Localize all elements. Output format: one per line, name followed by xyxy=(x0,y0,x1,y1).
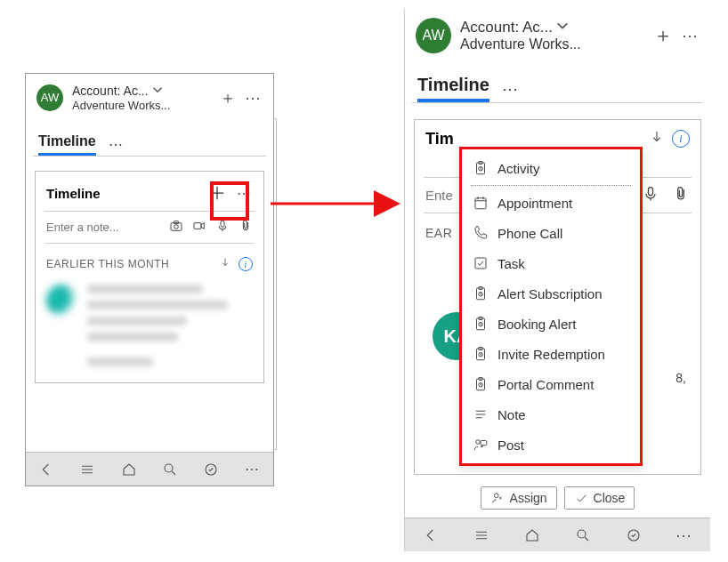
search-button[interactable] xyxy=(570,522,596,549)
attachment-icon[interactable] xyxy=(672,185,690,205)
svg-rect-27 xyxy=(481,441,487,446)
assign-label: Assign xyxy=(510,491,547,505)
tab-overflow-button[interactable]: ⋯ xyxy=(109,136,123,153)
earlier-this-month-label: EARLIER THIS MONTH xyxy=(46,258,212,270)
menu-item-label: Portal Comment xyxy=(497,377,594,392)
svg-point-1 xyxy=(174,225,179,229)
highlight-add-button xyxy=(210,181,249,221)
mobile-panel-right: AW Account: Ac... Adventure Works... ＋ ⋯… xyxy=(404,9,710,551)
menu-item-booking-alert[interactable]: Booking Alert xyxy=(462,309,640,339)
mic-icon[interactable] xyxy=(215,219,230,236)
more-actions-button[interactable]: ⋯ xyxy=(682,26,700,45)
timeline-card-title: Tim xyxy=(425,130,642,149)
record-header: AW Account: Ac... Adventure Works... ＋ ⋯ xyxy=(405,9,710,62)
home-button[interactable] xyxy=(519,522,546,549)
checkbox-icon xyxy=(473,255,489,271)
svg-rect-8 xyxy=(649,188,653,196)
sort-arrow-icon[interactable] xyxy=(219,256,231,272)
menu-item-label: Alert Subscription xyxy=(497,286,603,301)
menu-item-label: Booking Alert xyxy=(497,317,576,332)
timeline-card-title: Timeline xyxy=(46,186,198,201)
menu-item-label: Note xyxy=(497,407,526,422)
menu-button[interactable] xyxy=(468,522,495,549)
more-actions-button[interactable]: ⋯ xyxy=(245,88,263,108)
svg-rect-0 xyxy=(171,223,182,231)
add-activity-menu: ActivityAppointmentPhone CallTaskAlert S… xyxy=(459,147,643,466)
mic-icon[interactable] xyxy=(642,185,659,205)
svg-rect-13 xyxy=(475,258,486,269)
back-button[interactable] xyxy=(417,522,444,549)
chevron-down-icon[interactable] xyxy=(556,20,569,36)
tab-overflow-button[interactable]: ⋯ xyxy=(502,79,518,99)
clipboard-icon xyxy=(473,160,489,176)
assign-button[interactable]: Assign xyxy=(481,486,557,510)
svg-rect-3 xyxy=(194,223,201,229)
menu-item-post[interactable]: Post xyxy=(462,430,640,460)
tab-timeline[interactable]: Timeline xyxy=(38,133,96,156)
menu-item-label: Post xyxy=(497,438,524,453)
menu-item-label: Task xyxy=(497,256,525,271)
mobile-panel-left: AW Account: Ac... Adventure Works... ＋ ⋯… xyxy=(25,73,274,486)
clipboard-icon xyxy=(473,285,489,301)
sort-arrow-icon[interactable] xyxy=(649,129,665,149)
menu-item-alert-subscription[interactable]: Alert Subscription xyxy=(462,278,640,309)
record-header: AW Account: Ac... Adventure Works... ＋ ⋯ xyxy=(26,74,273,121)
svg-rect-12 xyxy=(475,198,486,209)
menu-item-label: Phone Call xyxy=(497,226,562,241)
timeline-card: Tim i Ente EAR KA 8, ActivityAppointment… xyxy=(414,119,701,475)
svg-point-5 xyxy=(165,464,173,472)
clipboard-icon xyxy=(473,316,489,332)
add-record-button[interactable]: ＋ xyxy=(220,87,236,108)
menu-item-label: Activity xyxy=(497,161,540,176)
menu-item-note[interactable]: Note xyxy=(462,399,640,430)
avatar: AW xyxy=(36,84,63,111)
clipboard-icon xyxy=(473,376,489,392)
bottom-nav: ⋯ xyxy=(26,452,273,486)
info-icon[interactable]: i xyxy=(239,257,253,271)
info-icon[interactable]: i xyxy=(672,130,690,148)
tab-bar: Timeline ⋯ xyxy=(405,62,710,102)
menu-item-task[interactable]: Task xyxy=(462,248,640,278)
calendar-icon xyxy=(473,195,489,211)
clipboard-icon xyxy=(473,346,489,362)
chevron-down-icon[interactable] xyxy=(152,83,163,99)
blurred-activity-item xyxy=(36,276,263,357)
note-input[interactable]: Enter a note... xyxy=(46,221,162,234)
svg-point-26 xyxy=(476,440,481,445)
menu-item-appointment[interactable]: Appointment xyxy=(462,188,640,218)
menu-item-invite-redemption[interactable]: Invite Redemption xyxy=(462,339,640,369)
video-icon[interactable] xyxy=(192,219,206,236)
arrow-icon xyxy=(271,181,413,226)
home-button[interactable] xyxy=(116,456,142,483)
avatar: AW xyxy=(416,18,451,53)
tab-timeline[interactable]: Timeline xyxy=(417,75,489,102)
account-title: Account: Ac... xyxy=(460,19,553,36)
peek-text: 8, xyxy=(675,371,686,385)
back-button[interactable] xyxy=(33,456,60,483)
close-label: Close xyxy=(594,491,626,505)
task-button[interactable] xyxy=(620,522,647,549)
action-pills: Assign Close xyxy=(405,478,710,515)
camera-icon[interactable] xyxy=(169,219,183,236)
task-button[interactable] xyxy=(198,456,224,483)
note-icon xyxy=(473,406,489,422)
attachment-icon[interactable] xyxy=(239,219,253,236)
add-record-button[interactable]: ＋ xyxy=(653,22,673,49)
menu-item-activity[interactable]: Activity xyxy=(462,153,640,183)
svg-point-29 xyxy=(578,530,586,538)
menu-item-phone-call[interactable]: Phone Call xyxy=(462,218,640,248)
menu-button[interactable] xyxy=(74,456,101,483)
overflow-button[interactable]: ⋯ xyxy=(239,456,266,483)
menu-item-label: Appointment xyxy=(497,196,572,211)
bottom-nav: ⋯ xyxy=(405,518,710,551)
account-subtitle: Adventure Works... xyxy=(72,99,211,112)
account-title: Account: Ac... xyxy=(72,84,149,98)
close-button[interactable]: Close xyxy=(564,486,635,510)
svg-rect-2 xyxy=(174,221,178,224)
tab-bar: Timeline ⋯ xyxy=(26,121,273,156)
menu-item-label: Invite Redemption xyxy=(497,347,605,362)
menu-item-portal-comment[interactable]: Portal Comment xyxy=(462,369,640,399)
overflow-button[interactable]: ⋯ xyxy=(671,522,698,549)
search-button[interactable] xyxy=(157,456,183,483)
phone-icon xyxy=(473,225,489,241)
